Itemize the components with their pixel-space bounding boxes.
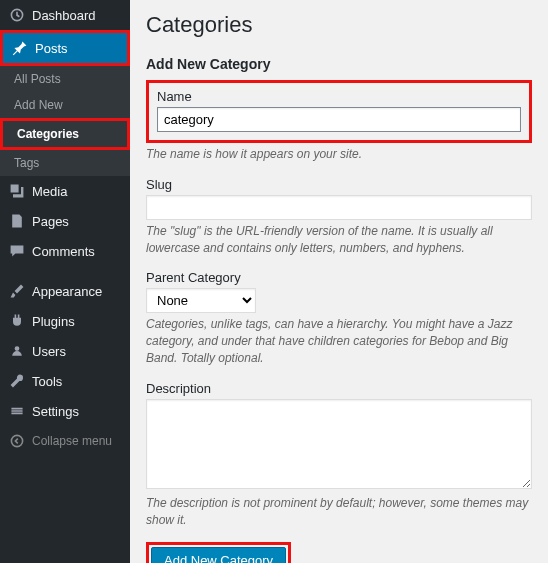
add-category-button[interactable]: Add New Category: [151, 547, 286, 563]
sidebar-item-media[interactable]: Media: [0, 176, 130, 206]
sidebar-label: Media: [32, 184, 67, 199]
pages-icon: [8, 212, 26, 230]
dashboard-icon: [8, 6, 26, 24]
sidebar-label: Settings: [32, 404, 79, 419]
sidebar-label: Pages: [32, 214, 69, 229]
name-description: The name is how it appears on your site.: [146, 146, 532, 163]
description-label: Description: [146, 381, 532, 396]
sidebar-item-tools[interactable]: Tools: [0, 366, 130, 396]
sidebar-label: Collapse menu: [32, 434, 112, 448]
sidebar-item-appearance[interactable]: Appearance: [0, 276, 130, 306]
description-description: The description is not prominent by defa…: [146, 495, 532, 529]
sidebar-item-plugins[interactable]: Plugins: [0, 306, 130, 336]
tools-icon: [8, 372, 26, 390]
plugins-icon: [8, 312, 26, 330]
page-title: Categories: [146, 12, 532, 38]
sidebar-item-dashboard[interactable]: Dashboard: [0, 0, 130, 30]
sidebar-sub-tags[interactable]: Tags: [0, 150, 130, 176]
sidebar-collapse[interactable]: Collapse menu: [0, 426, 130, 456]
sidebar-label: Posts: [35, 41, 68, 56]
main-content: Categories Add New Category Name The nam…: [130, 0, 548, 563]
parent-select[interactable]: None: [146, 288, 256, 313]
comments-icon: [8, 242, 26, 260]
submit-highlight: Add New Category: [146, 542, 291, 563]
name-label: Name: [157, 89, 521, 104]
slug-field-group: Slug The "slug" is the URL-friendly vers…: [146, 177, 532, 257]
parent-field-group: Parent Category None Categories, unlike …: [146, 270, 532, 366]
parent-label: Parent Category: [146, 270, 532, 285]
settings-icon: [8, 402, 26, 420]
section-heading: Add New Category: [146, 56, 532, 72]
slug-description: The "slug" is the URL-friendly version o…: [146, 223, 532, 257]
admin-sidebar: Dashboard Posts All Posts Add New Catego…: [0, 0, 130, 563]
media-icon: [8, 182, 26, 200]
sidebar-item-pages[interactable]: Pages: [0, 206, 130, 236]
sidebar-item-settings[interactable]: Settings: [0, 396, 130, 426]
sidebar-label: Comments: [32, 244, 95, 259]
name-field-group: Name: [146, 80, 532, 143]
sidebar-sub-categories[interactable]: Categories: [0, 118, 130, 150]
sidebar-item-comments[interactable]: Comments: [0, 236, 130, 266]
name-input[interactable]: [157, 107, 521, 132]
sidebar-label: Dashboard: [32, 8, 96, 23]
pin-icon: [11, 39, 29, 57]
sidebar-label: Plugins: [32, 314, 75, 329]
sidebar-sub-all-posts[interactable]: All Posts: [0, 66, 130, 92]
parent-description: Categories, unlike tags, can have a hier…: [146, 316, 532, 366]
slug-label: Slug: [146, 177, 532, 192]
sidebar-label: Appearance: [32, 284, 102, 299]
collapse-icon: [8, 432, 26, 450]
sidebar-item-posts[interactable]: Posts: [0, 30, 130, 66]
description-field-group: Description The description is not promi…: [146, 381, 532, 529]
brush-icon: [8, 282, 26, 300]
slug-input[interactable]: [146, 195, 532, 220]
users-icon: [8, 342, 26, 360]
svg-point-0: [11, 435, 22, 446]
sidebar-item-users[interactable]: Users: [0, 336, 130, 366]
description-textarea[interactable]: [146, 399, 532, 489]
sidebar-label: Tools: [32, 374, 62, 389]
sidebar-sub-add-new[interactable]: Add New: [0, 92, 130, 118]
sidebar-label: Users: [32, 344, 66, 359]
